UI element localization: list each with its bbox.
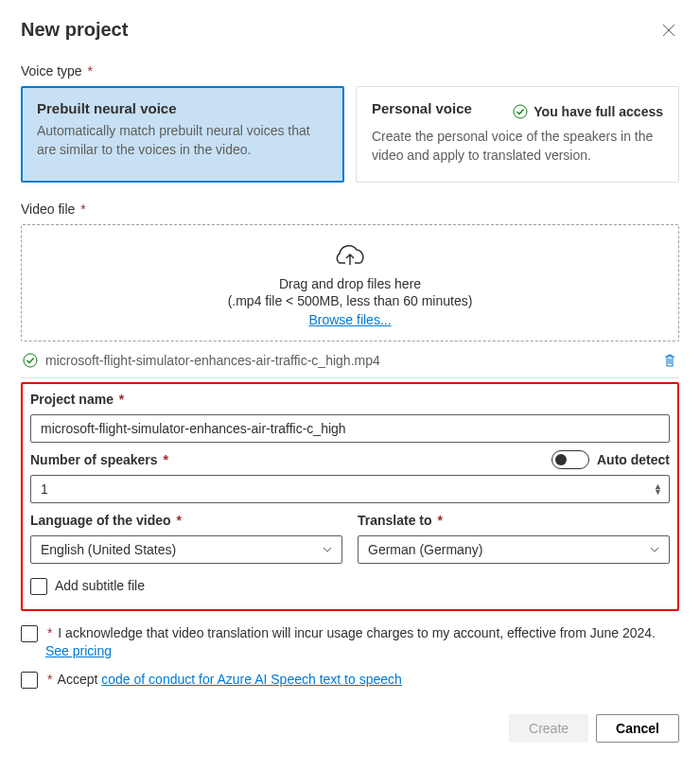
card-prebuilt-voice[interactable]: Prebuilt neural voice Automatically matc… [21,86,344,183]
auto-detect-toggle[interactable] [551,450,589,469]
cancel-button[interactable]: Cancel [596,714,679,743]
svg-point-1 [24,354,37,367]
card-personal-desc: Create the personal voice of the speaker… [372,128,663,165]
check-circle-icon [513,104,528,119]
dialog-title: New project [21,19,128,41]
voice-type-cards: Prebuilt neural voice Automatically matc… [21,86,679,183]
dialog-footer: Create Cancel [21,714,679,743]
cloud-upload-icon [332,242,368,269]
card-personal-voice[interactable]: Personal voice You have full access Crea… [356,86,679,183]
speakers-input[interactable] [30,475,670,503]
accept-conduct-text: * Accept code of conduct for Azure AI Sp… [45,671,402,690]
source-language-label: Language of the video * [30,513,342,528]
project-name-input[interactable] [30,414,670,443]
acknowledge-charges-checkbox[interactable] [21,625,38,642]
dropzone-hint: (.mp4 file < 500MB, less than 60 minutes… [22,293,678,308]
card-personal-title: Personal voice [372,100,472,116]
speakers-label: Number of speakers * [30,452,168,467]
card-prebuilt-desc: Automatically match prebuilt neural voic… [37,122,328,159]
target-language-label: Translate to * [358,513,670,528]
video-file-label: Video file * [21,201,679,217]
browse-files-link[interactable]: Browse files... [308,312,391,327]
close-icon [662,24,675,37]
code-of-conduct-link[interactable]: code of conduct for Azure AI Speech text… [101,672,402,687]
subtitle-checkbox[interactable] [30,578,47,595]
card-prebuilt-title: Prebuilt neural voice [37,100,328,116]
check-circle-icon [23,353,38,368]
acknowledge-charges-text: * I acknowledge that video translation w… [45,624,679,661]
svg-point-0 [514,105,527,118]
card-access-badge: You have full access [513,104,663,119]
create-button[interactable]: Create [509,714,588,743]
uploaded-file-name: microsoft-flight-simulator-enhances-air-… [45,353,655,368]
project-name-label: Project name * [30,392,670,407]
target-language-select[interactable]: German (Germany) [358,535,670,564]
dropzone-text: Drag and drop files here [22,276,678,291]
delete-file-button[interactable] [662,353,677,368]
uploaded-file-row: microsoft-flight-simulator-enhances-air-… [21,347,679,378]
dialog-header: New project [21,19,679,41]
accept-conduct-checkbox[interactable] [21,672,38,689]
subtitle-label: Add subtitle file [55,577,145,596]
see-pricing-link[interactable]: See pricing [45,643,112,658]
close-button[interactable] [658,20,679,41]
source-language-select[interactable]: English (United States) [30,535,342,564]
project-config-section: Project name * Number of speakers * Auto… [21,382,679,611]
auto-detect-label: Auto detect [597,452,670,467]
file-dropzone[interactable]: Drag and drop files here (.mp4 file < 50… [21,224,679,341]
voice-type-label: Voice type * [21,63,679,79]
